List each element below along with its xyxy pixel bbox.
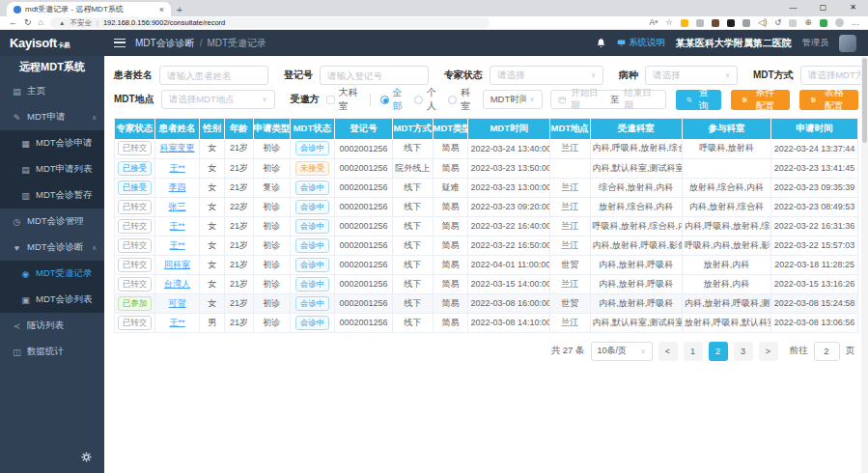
mdt-status-badge-container: 会诊中 bbox=[290, 216, 334, 236]
page-button-2[interactable]: 2 bbox=[709, 342, 728, 361]
patient-name-link[interactable]: 台湾人 bbox=[164, 279, 190, 289]
refresh-icon[interactable]: ↻ bbox=[24, 18, 32, 27]
sidebar-item-label: 随访列表 bbox=[27, 320, 64, 332]
calendar-icon bbox=[558, 96, 567, 104]
patient-name-link[interactable]: 李四 bbox=[169, 182, 186, 192]
expert-status-select[interactable]: 请选择 ∨ bbox=[490, 66, 603, 85]
page-size-select[interactable]: 10条/页 ∨ bbox=[591, 342, 653, 361]
goto-label: 前往 bbox=[790, 345, 808, 357]
mdt-way-select[interactable]: 请选择MDT方式 ∨ bbox=[800, 66, 868, 85]
sidebar-item-主页[interactable]: ▤主页 bbox=[0, 78, 104, 104]
scrollbar[interactable] bbox=[861, 56, 868, 473]
patient-name-link[interactable]: 王** bbox=[170, 221, 185, 231]
search-button[interactable]: 查询 bbox=[676, 90, 720, 110]
invited-depts-cell: 内科,放射科,呼吸科 bbox=[590, 293, 682, 313]
settings-gear-icon[interactable] bbox=[81, 449, 92, 466]
sidebar-item-MDT申请[interactable]: ✎MDT申请∧ bbox=[0, 104, 104, 130]
form-icon: ▦ bbox=[20, 139, 31, 149]
browser-profile-avatar[interactable] bbox=[835, 18, 844, 27]
disease-select[interactable]: 请选择 ∨ bbox=[645, 66, 738, 85]
window-maximize-button[interactable]: ▢ bbox=[808, 0, 838, 14]
sidebar-item-数据统计[interactable]: ◫数据统计 bbox=[0, 339, 104, 365]
breadcrumb-page: MDT受邀记录 bbox=[207, 37, 266, 50]
sidebar-collapse-icon[interactable] bbox=[114, 39, 126, 47]
page-button-1[interactable]: 1 bbox=[684, 342, 703, 361]
extension-icon[interactable] bbox=[820, 19, 827, 27]
chevron-up-icon: ∧ bbox=[92, 114, 97, 122]
new-tab-button[interactable]: + bbox=[171, 2, 188, 16]
extension-icon[interactable] bbox=[696, 19, 704, 27]
read-aloud-icon[interactable]: Aᵃ bbox=[649, 18, 658, 27]
invited-depts-cell: 内科,默认科室,测试科室,放射科 bbox=[590, 158, 682, 178]
invited-depts-cell: 综合科,放射科,内科 bbox=[590, 178, 682, 197]
page-button-3[interactable]: 3 bbox=[734, 342, 753, 361]
home-icon[interactable]: ⌂ bbox=[39, 18, 43, 27]
sidebar-item-MDT会诊暂存[interactable]: ▥MDT会诊暂存 bbox=[0, 182, 104, 209]
invited-depts-cell: 内科,放射科,呼吸科 bbox=[590, 255, 682, 274]
goto-page-input[interactable] bbox=[814, 342, 840, 361]
column-header: 患者姓名 bbox=[155, 119, 200, 139]
patient-name-link[interactable]: 科室变更 bbox=[160, 143, 195, 153]
tab-close-icon[interactable]: × bbox=[159, 5, 164, 14]
mdt-type-cell: 简易 bbox=[433, 293, 468, 313]
chevron-down-icon: ∨ bbox=[263, 96, 267, 103]
next-page-button[interactable]: > bbox=[759, 342, 778, 361]
split-screen-icon[interactable] bbox=[789, 19, 797, 27]
user-avatar[interactable] bbox=[839, 35, 856, 52]
extension-icon[interactable] bbox=[712, 19, 719, 27]
system-help-link[interactable]: 系统说明 bbox=[617, 37, 665, 49]
prev-page-button[interactable]: < bbox=[658, 342, 678, 361]
shield-icon: ▣ bbox=[20, 295, 31, 305]
radio-all[interactable]: 全部 bbox=[380, 86, 404, 113]
radio-dept[interactable]: 科室 bbox=[448, 86, 471, 113]
table-config-button[interactable]: 表格配置 bbox=[799, 90, 858, 110]
patient-name-input[interactable] bbox=[159, 66, 268, 85]
menu-dots-icon[interactable]: … bbox=[852, 18, 860, 27]
history-icon[interactable]: ↺ bbox=[774, 18, 781, 27]
browser-tab[interactable]: mdt受邀记录 - 远程MDT系统 × bbox=[7, 2, 171, 16]
back-icon[interactable]: ← bbox=[9, 18, 17, 27]
extension-icon[interactable] bbox=[681, 19, 688, 27]
register-no-input[interactable] bbox=[320, 66, 429, 85]
patient-name-link[interactable]: 王** bbox=[170, 163, 185, 173]
date-range-picker[interactable]: 开始日期 至 结束日期 bbox=[550, 90, 667, 109]
sex-cell: 女 bbox=[200, 216, 225, 236]
extension-icon[interactable] bbox=[727, 19, 735, 27]
sliders-icon bbox=[742, 96, 747, 104]
time-type-select[interactable]: MDT时间 ∨ bbox=[483, 90, 543, 109]
mdt-status-badge: 会诊中 bbox=[295, 141, 330, 155]
window-minimize-button[interactable]: — bbox=[778, 0, 808, 14]
url-text: 192.168.0.156:9002/consultate/record bbox=[103, 18, 225, 27]
patient-name-link[interactable]: 张三 bbox=[169, 202, 186, 211]
url-field[interactable]: ▲ 不安全 | 192.168.0.156:9002/consultate/re… bbox=[50, 17, 490, 28]
bell-icon[interactable] bbox=[596, 35, 606, 52]
sidebar-item-MDT受邀记录[interactable]: ◉MDT受邀记录 bbox=[0, 261, 104, 287]
register-no-cell: 0002001256 bbox=[335, 293, 393, 313]
sidebar-item-随访列表[interactable]: ≺随访列表 bbox=[0, 313, 104, 339]
sidebar-item-MDT会诊管理[interactable]: ◷MDT会诊管理 bbox=[0, 209, 104, 235]
apply-time-cell: 2022-03-23 09:35:39 bbox=[771, 178, 857, 197]
patient-name-link[interactable]: 同科室 bbox=[164, 260, 190, 269]
window-close-button[interactable]: ✕ bbox=[838, 0, 868, 14]
scrollbar-thumb[interactable] bbox=[862, 58, 867, 143]
mdt-place-select[interactable]: 请选择MDT地点 ∨ bbox=[161, 90, 275, 109]
extension-icon[interactable] bbox=[742, 19, 750, 27]
sidebar-item-MDT会诊列表[interactable]: ▣MDT会诊列表 bbox=[0, 287, 104, 313]
patient-name-link[interactable]: 可贺 bbox=[169, 298, 186, 308]
radio-personal[interactable]: 个人 bbox=[414, 86, 437, 113]
patient-name-link[interactable]: 王** bbox=[170, 318, 185, 327]
sidebar-item-MDT申请列表[interactable]: ▤MDT申请列表 bbox=[0, 156, 104, 182]
sidebar-item-MDT会诊申请[interactable]: ▦MDT会诊申请 bbox=[0, 130, 104, 156]
condition-config-button[interactable]: 条件配置 bbox=[731, 90, 790, 110]
expert-status-badge: 已转交 bbox=[118, 238, 153, 253]
sidebar-item-MDT会诊诊断[interactable]: ♥MDT会诊诊断∧ bbox=[0, 235, 104, 261]
invited-depts-cell: 内科,放射科,呼吸科,影像科 bbox=[590, 236, 682, 255]
patient-name-link[interactable]: 王** bbox=[170, 240, 185, 250]
patient-name-link-container: 王** bbox=[155, 236, 200, 255]
browser-essentials-icon[interactable]: ⊕ bbox=[804, 18, 811, 27]
favorite-star-icon[interactable]: ☆ bbox=[665, 18, 673, 27]
edit-icon: ✎ bbox=[12, 113, 22, 123]
apply-time-cell: 2022-03-18 11:28:25 bbox=[771, 255, 857, 274]
dept-group-checkbox[interactable] bbox=[326, 96, 335, 104]
mute-icon[interactable]: ◁) bbox=[758, 18, 767, 27]
